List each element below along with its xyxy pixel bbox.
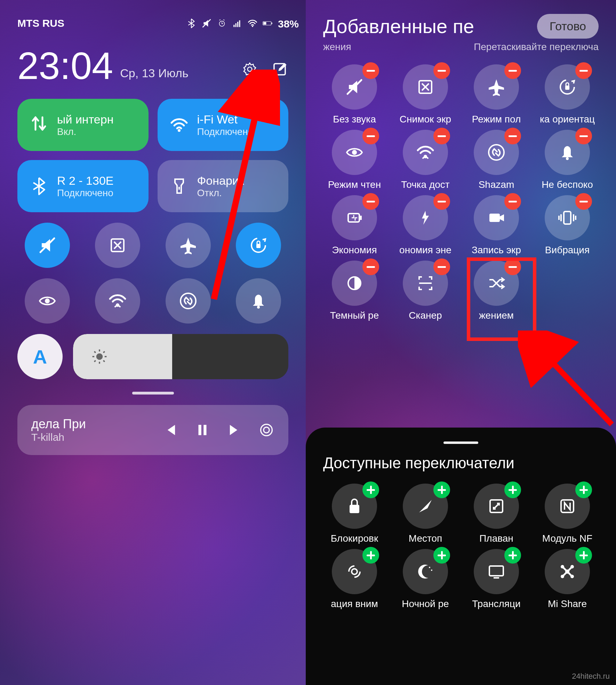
dnd-icon bbox=[558, 143, 577, 162]
screenshot-button[interactable] bbox=[403, 64, 448, 110]
tile-flashlight[interactable]: Фонарик Откл. bbox=[158, 160, 289, 212]
scanner-button[interactable] bbox=[403, 261, 448, 306]
tile-mobile-data[interactable]: ый интерн Вкл. bbox=[17, 99, 149, 151]
remove-badge[interactable] bbox=[362, 62, 379, 79]
nfc-button[interactable] bbox=[545, 484, 590, 529]
media-next-icon[interactable] bbox=[226, 422, 242, 438]
nfc-icon bbox=[558, 496, 577, 516]
added-toggle-airplane[interactable]: Режим пол bbox=[465, 64, 528, 125]
remove-badge[interactable] bbox=[433, 62, 450, 79]
remove-badge[interactable] bbox=[504, 62, 521, 79]
dnd-button[interactable] bbox=[545, 130, 590, 175]
night-button[interactable] bbox=[403, 549, 448, 594]
added-toggle-scanner[interactable]: Сканер bbox=[394, 261, 457, 321]
add-badge[interactable] bbox=[504, 481, 521, 498]
add-badge[interactable] bbox=[362, 547, 379, 564]
available-toggle-night[interactable]: Ночной ре bbox=[394, 549, 457, 610]
floating-button[interactable] bbox=[474, 484, 519, 529]
remove-badge[interactable] bbox=[575, 128, 592, 144]
mishare-button[interactable] bbox=[545, 549, 590, 594]
cast-button[interactable] bbox=[474, 549, 519, 594]
edit-icon[interactable] bbox=[271, 61, 288, 78]
added-toggle-shazam[interactable]: Shazam bbox=[465, 130, 528, 190]
eye-button[interactable] bbox=[332, 130, 377, 175]
remove-badge[interactable] bbox=[433, 258, 450, 275]
remove-badge[interactable] bbox=[433, 128, 450, 144]
added-toggle-dnd[interactable]: Не беспоко bbox=[536, 130, 599, 190]
added-toggle-battery-saver[interactable]: Экономия bbox=[323, 195, 386, 256]
added-toggle-eye[interactable]: Режим чтен bbox=[323, 130, 386, 190]
toggle-label: ка ориентац bbox=[540, 114, 595, 125]
record-button[interactable] bbox=[474, 195, 519, 240]
remove-badge[interactable] bbox=[504, 193, 521, 210]
available-toggle-attention[interactable]: ация вним bbox=[323, 549, 386, 610]
available-toggle-nfc[interactable]: Модуль NF bbox=[536, 484, 599, 544]
attention-button[interactable] bbox=[332, 549, 377, 594]
lock-button[interactable] bbox=[332, 484, 377, 529]
location-icon bbox=[416, 496, 435, 516]
available-toggle-cast[interactable]: Трансляци bbox=[465, 549, 528, 610]
remove-badge[interactable] bbox=[362, 193, 379, 210]
available-toggle-floating[interactable]: Плаван bbox=[465, 484, 528, 544]
add-badge[interactable] bbox=[362, 481, 379, 498]
done-button[interactable]: Готово bbox=[537, 14, 599, 39]
add-badge[interactable] bbox=[575, 481, 592, 498]
tile-wifi[interactable]: i-Fi Wet Подключено bbox=[158, 99, 289, 151]
available-toggle-mishare[interactable]: Mi Share bbox=[536, 549, 599, 610]
remove-badge[interactable] bbox=[504, 128, 521, 144]
added-toggle-rotation-lock[interactable]: ка ориентац bbox=[536, 64, 599, 125]
mute-button[interactable] bbox=[332, 64, 377, 110]
shuffle-button[interactable] bbox=[474, 261, 519, 306]
toggle-eye[interactable] bbox=[25, 278, 70, 324]
add-badge[interactable] bbox=[504, 547, 521, 564]
rotation-lock-button[interactable] bbox=[545, 64, 590, 110]
toggle-screenshot[interactable] bbox=[95, 223, 140, 268]
added-toggle-record[interactable]: Запись экр bbox=[465, 195, 528, 256]
hotspot-button[interactable] bbox=[403, 130, 448, 175]
remove-badge[interactable] bbox=[362, 258, 379, 275]
add-badge[interactable] bbox=[433, 481, 450, 498]
remove-badge[interactable] bbox=[362, 128, 379, 144]
airplane-button[interactable] bbox=[474, 64, 519, 110]
media-pause-icon[interactable] bbox=[194, 422, 210, 438]
attention-icon bbox=[345, 562, 364, 581]
settings-icon[interactable] bbox=[241, 61, 258, 78]
added-toggle-shuffle[interactable]: жением bbox=[465, 261, 528, 321]
location-button[interactable] bbox=[403, 484, 448, 529]
available-toggle-location[interactable]: Местоп bbox=[394, 484, 457, 544]
drag-handle[interactable] bbox=[132, 392, 174, 395]
remove-badge[interactable] bbox=[575, 62, 592, 79]
tile-bluetooth[interactable]: R 2 - 130E Подключено bbox=[17, 160, 149, 212]
toggle-dnd[interactable] bbox=[236, 278, 281, 324]
toggle-mute[interactable] bbox=[25, 223, 70, 268]
shazam-button[interactable] bbox=[474, 130, 519, 175]
available-drag-handle[interactable] bbox=[443, 441, 478, 444]
dark-mode-button[interactable] bbox=[332, 261, 377, 306]
add-badge[interactable] bbox=[433, 547, 450, 564]
brightness-icon bbox=[90, 348, 109, 366]
added-toggle-mute[interactable]: Без звука bbox=[323, 64, 386, 125]
media-player[interactable]: дела При T-killah bbox=[17, 405, 288, 455]
toggle-shazam[interactable] bbox=[166, 278, 211, 324]
available-toggle-lock[interactable]: Блокировк bbox=[323, 484, 386, 544]
added-toggle-hotspot[interactable]: Точка дост bbox=[394, 130, 457, 190]
added-toggle-vibrate[interactable]: Вибрация bbox=[536, 195, 599, 256]
toggle-rotation-lock[interactable] bbox=[236, 223, 281, 268]
added-toggle-screenshot[interactable]: Снимок экр bbox=[394, 64, 457, 125]
remove-badge[interactable] bbox=[575, 193, 592, 210]
battery-saver-button[interactable] bbox=[332, 195, 377, 240]
power-button[interactable] bbox=[403, 195, 448, 240]
toggle-airplane[interactable] bbox=[166, 223, 211, 268]
auto-brightness-button[interactable]: A bbox=[17, 334, 63, 379]
media-prev-icon[interactable] bbox=[162, 422, 178, 438]
media-output-icon[interactable] bbox=[258, 422, 274, 438]
media-artist: T-killah bbox=[31, 431, 162, 443]
remove-badge[interactable] bbox=[504, 258, 521, 275]
added-toggle-dark-mode[interactable]: Темный ре bbox=[323, 261, 386, 321]
brightness-slider[interactable] bbox=[73, 334, 288, 379]
added-toggle-power[interactable]: ономия эне bbox=[394, 195, 457, 256]
add-badge[interactable] bbox=[575, 547, 592, 564]
remove-badge[interactable] bbox=[433, 193, 450, 210]
vibrate-button[interactable] bbox=[545, 195, 590, 240]
toggle-hotspot[interactable] bbox=[95, 278, 140, 324]
